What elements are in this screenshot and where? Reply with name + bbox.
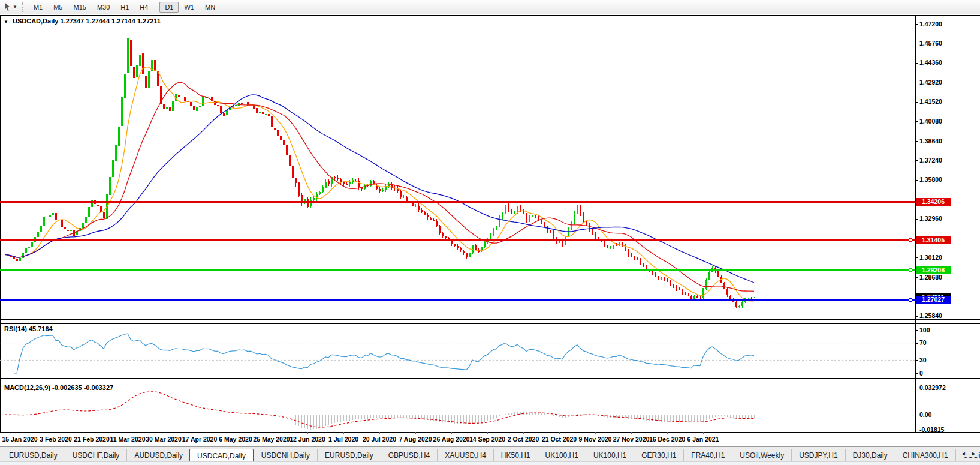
svg-text:1.47200: 1.47200: [919, 20, 942, 28]
rsi-line: [14, 334, 754, 373]
horizontal-lines: [0, 202, 915, 301]
tab-uk100-h1[interactable]: UK100,H1: [586, 449, 634, 462]
rsi-pane: 10070300: [0, 326, 930, 377]
time-axis: 15 Jan 20203 Feb 202021 Feb 202011 Mar 2…: [2, 432, 719, 443]
ohlc-values: 1.27347 1.27444 1.27144 1.27211: [60, 17, 161, 25]
tab-scroll-arrows: ◄ ►: [957, 451, 978, 457]
svg-text:6 Jan 2021: 6 Jan 2021: [687, 436, 719, 443]
svg-text:1.35800: 1.35800: [919, 176, 942, 183]
line-handle: [909, 269, 912, 272]
symbol-title: USDCAD,Daily: [13, 17, 58, 25]
chart-tab-bar: EURUSD,DailyUSDCHF,DailyAUDUSD,DailyUSDC…: [0, 446, 980, 465]
tab-eurusd-daily[interactable]: EURUSD,Daily: [2, 449, 65, 462]
svg-text:11 Mar 2020: 11 Mar 2020: [110, 436, 146, 443]
line-handle: [909, 298, 912, 301]
svg-text:16 Dec 2020: 16 Dec 2020: [649, 436, 685, 443]
timeframe-button-H4[interactable]: H4: [134, 2, 153, 13]
svg-text:7 Aug 2020: 7 Aug 2020: [399, 436, 432, 443]
svg-text:1.32960: 1.32960: [919, 215, 942, 222]
tab-audusd-daily[interactable]: AUDUSD,Daily: [126, 449, 190, 462]
chevron-down-icon[interactable]: ▼: [13, 4, 17, 10]
timeframe-button-D1[interactable]: D1: [159, 2, 179, 13]
timeframe-button-H1[interactable]: H1: [115, 2, 134, 13]
svg-text:1.44360: 1.44360: [919, 59, 942, 66]
svg-text:6 May 2020: 6 May 2020: [219, 436, 252, 443]
line-handle: [909, 239, 912, 242]
svg-text:70: 70: [919, 339, 927, 346]
tab-ger30-h1[interactable]: GER30,H1: [634, 449, 683, 462]
ma-line-8: [5, 67, 754, 301]
cursor-arrow-icon: [3, 2, 12, 11]
svg-text:1.30120: 1.30120: [919, 254, 942, 261]
timeframe-button-M30[interactable]: M30: [92, 2, 115, 13]
timeframe-button-M15[interactable]: M15: [68, 2, 91, 13]
macd-pane: 0.0329720.00-0.01815: [5, 384, 946, 433]
collapse-triangle-icon[interactable]: ▼: [4, 19, 8, 25]
svg-text:1 Jul 2020: 1 Jul 2020: [328, 436, 358, 443]
svg-text:3 Feb 2020: 3 Feb 2020: [40, 436, 72, 443]
svg-text:1.34206: 1.34206: [922, 198, 945, 205]
price-axis: 1.472001.457601.443601.429201.415201.400…: [915, 20, 951, 320]
svg-text:15 Jan 2020: 15 Jan 2020: [2, 436, 38, 443]
svg-text:2 Oct 2020: 2 Oct 2020: [508, 436, 539, 443]
svg-text:30: 30: [919, 356, 927, 364]
tab-eurusd-daily[interactable]: EURUSD,Daily: [317, 449, 381, 462]
tab-usdjpy-h1[interactable]: USDJPY,H1: [791, 449, 845, 462]
svg-text:17 Apr 2020: 17 Apr 2020: [182, 436, 218, 443]
timeframe-button-MN[interactable]: MN: [200, 2, 221, 13]
svg-text:0.032972: 0.032972: [919, 384, 946, 391]
cursor-tool-icon[interactable]: [3, 2, 12, 11]
chart-canvas[interactable]: 1.472001.457601.443601.429201.415201.400…: [0, 0, 980, 446]
macd-signal-line: [5, 392, 754, 427]
candlesticks: [4, 31, 755, 308]
svg-text:1.27027: 1.27027: [922, 296, 945, 303]
timeframe-button-M5[interactable]: M5: [48, 2, 68, 13]
macd-indicator-label: MACD(12,26,9) -0.002635 -0.003327: [4, 384, 113, 391]
trading-terminal-window: ▼ M1M5M15M30H1H4D1W1MN 1.472001.457601.4…: [0, 0, 980, 465]
svg-text:1.38640: 1.38640: [919, 137, 942, 145]
svg-text:-0.01815: -0.01815: [919, 426, 945, 433]
svg-text:1.31405: 1.31405: [922, 236, 945, 244]
tab-usdcnh-daily[interactable]: USDCNH,Daily: [254, 449, 317, 462]
svg-text:14 Sep 2020: 14 Sep 2020: [469, 436, 505, 443]
svg-text:9 Nov 2020: 9 Nov 2020: [579, 436, 612, 443]
svg-text:1.28680: 1.28680: [919, 274, 942, 281]
tab-scroll-left-icon[interactable]: ◄: [961, 451, 966, 457]
rsi-indicator-label: RSI(14) 45.7164: [4, 325, 53, 332]
svg-text:30 Mar 2020: 30 Mar 2020: [146, 436, 182, 443]
tab-dj30-daily[interactable]: DJ30,Daily: [845, 449, 895, 462]
tab-scroll-right-icon[interactable]: ►: [971, 451, 976, 457]
tab-usdchf-daily[interactable]: USDCHF,Daily: [65, 449, 127, 462]
svg-text:25 May 2020: 25 May 2020: [253, 436, 290, 443]
tab-usdcad-daily[interactable]: USDCAD,Daily: [189, 449, 254, 462]
timeframe-buttons: M1M5M15M30H1H4D1W1MN: [28, 4, 221, 11]
chart-quote-line: ▼ USDCAD,Daily 1.27347 1.27444 1.27144 1…: [4, 17, 161, 25]
timeframe-toolbar: ▼ M1M5M15M30H1H4D1W1MN: [0, 0, 980, 14]
tab-usoil-weekly[interactable]: USOil,Weekly: [732, 449, 791, 462]
svg-text:26 Aug 2020: 26 Aug 2020: [433, 436, 470, 443]
tab-xauusd-h4[interactable]: XAUUSD,H4: [437, 449, 493, 462]
moving-averages: [5, 67, 754, 301]
toolbar-grip[interactable]: [22, 2, 24, 12]
timeframe-button-W1[interactable]: W1: [179, 2, 200, 13]
svg-text:21 Oct 2020: 21 Oct 2020: [542, 436, 577, 443]
tab-gbpusd-h4[interactable]: GBPUSD,H4: [381, 449, 437, 462]
svg-text:1.41520: 1.41520: [919, 98, 942, 105]
tab-hk50-h1[interactable]: HK50,H1: [493, 449, 538, 462]
svg-text:1.25840: 1.25840: [919, 312, 942, 319]
pane-borders: [0, 15, 980, 433]
tab-uk100-h1[interactable]: UK100,H1: [538, 449, 586, 462]
chart-tabs: EURUSD,DailyUSDCHF,DailyAUDUSD,DailyUSDC…: [0, 447, 980, 462]
window-bottom-strip: [0, 461, 980, 465]
tab-fra40-h1[interactable]: FRA40,H1: [683, 449, 732, 462]
svg-text:1.37240: 1.37240: [919, 157, 942, 164]
svg-text:21 Feb 2020: 21 Feb 2020: [74, 436, 110, 443]
svg-text:0.00: 0.00: [919, 411, 932, 418]
tab-china300-h1[interactable]: CHINA300,H1: [895, 449, 955, 462]
svg-text:20 Jul 2020: 20 Jul 2020: [363, 436, 396, 443]
svg-text:1.45760: 1.45760: [919, 40, 942, 47]
toolbar-separator: [224, 2, 224, 12]
svg-text:1.40080: 1.40080: [919, 118, 942, 125]
svg-text:0: 0: [919, 370, 923, 377]
timeframe-button-M1[interactable]: M1: [28, 2, 48, 13]
